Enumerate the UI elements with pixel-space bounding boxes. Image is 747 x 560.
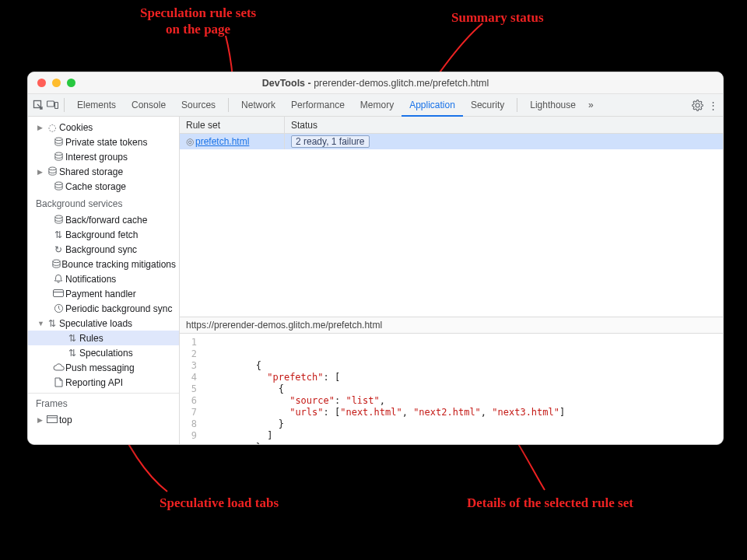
window-titlebar: DevTools - prerender-demos.glitch.me/pre…: [28, 72, 723, 94]
sidebar-item-speculations[interactable]: ⇅Speculations: [28, 345, 179, 360]
sidebar-label: Shared storage: [59, 166, 123, 177]
sidebar-label: Cookies: [59, 122, 93, 133]
database-icon: [51, 137, 65, 147]
device-toggle-icon[interactable]: [45, 100, 59, 110]
database-icon: [51, 215, 65, 225]
updown-icon: ⇅: [51, 229, 65, 240]
sidebar-item-push[interactable]: Push messaging: [28, 360, 179, 375]
sidebar-label: top: [59, 415, 72, 425]
devtools-window: DevTools - prerender-demos.glitch.me/pre…: [27, 72, 724, 445]
sidebar-group-background: Background services: [28, 194, 179, 212]
tab-network[interactable]: Network: [233, 94, 283, 116]
sidebar-item-bgsync[interactable]: ↻Background sync: [28, 242, 179, 257]
sidebar-item-periodic-sync[interactable]: Periodic background sync: [28, 301, 179, 316]
sidebar-label: Cache storage: [65, 181, 126, 192]
rule-set-table: Rule set Status ◎ prefetch.html 2 ready,…: [180, 117, 723, 317]
sidebar-label: Rules: [79, 333, 103, 344]
target-icon: ◎: [186, 136, 194, 147]
database-icon: [45, 166, 59, 177]
col-ruleset-header[interactable]: Rule set: [180, 117, 285, 133]
sidebar-label: Background sync: [65, 244, 137, 255]
tab-memory[interactable]: Memory: [352, 94, 402, 116]
sidebar-item-shared-storage[interactable]: ▶ Shared storage: [28, 164, 179, 179]
sidebar-item-bgfetch[interactable]: ⇅Background fetch: [28, 227, 179, 242]
svg-point-5: [48, 167, 55, 170]
sidebar-label: Periodic background sync: [65, 303, 172, 314]
frame-icon: [45, 415, 59, 424]
rule-json-viewer: 1 2 3 4 5 6 7 8 9 { "prefetch": [ { "sou…: [180, 334, 723, 444]
database-icon: [51, 152, 65, 162]
updown-icon: ⇅: [65, 348, 79, 359]
sidebar-label: Push messaging: [65, 362, 135, 373]
tab-sources[interactable]: Sources: [174, 94, 223, 116]
svg-rect-9: [54, 290, 64, 297]
svg-rect-12: [47, 416, 58, 423]
window-title-page: prerender-demos.glitch.me/prefetch.html: [314, 78, 489, 89]
sidebar-item-bounce[interactable]: Bounce tracking mitigations: [28, 257, 179, 271]
settings-icon[interactable]: [690, 100, 704, 111]
svg-rect-1: [47, 101, 54, 107]
window-title-prefix: DevTools -: [262, 78, 314, 89]
svg-point-4: [54, 152, 61, 156]
rule-row-name: prefetch.html: [195, 136, 249, 147]
sidebar-label: Private state tokens: [65, 137, 147, 148]
tab-security[interactable]: Security: [463, 94, 512, 116]
tab-application[interactable]: Application: [402, 95, 463, 117]
inspect-icon[interactable]: [31, 100, 45, 110]
more-menu-icon[interactable]: ⋮: [706, 100, 720, 111]
clock-icon: [51, 303, 65, 313]
sidebar-label: Reporting API: [65, 377, 123, 388]
updown-icon: ⇅: [65, 333, 79, 344]
svg-rect-2: [54, 103, 58, 109]
bell-icon: [51, 274, 65, 284]
sidebar-item-rules[interactable]: ⇅Rules: [28, 331, 179, 345]
code-gutter: 1 2 3 4 5 6 7 8 9: [180, 334, 203, 444]
sidebar-item-payment[interactable]: Payment handler: [28, 286, 179, 301]
sidebar-label: Background fetch: [65, 229, 138, 240]
sidebar-label: Bounce tracking mitigations: [61, 259, 176, 270]
sidebar-label: Interest groups: [65, 152, 128, 163]
tabs-overflow-button[interactable]: »: [584, 94, 598, 116]
status-pill[interactable]: 2 ready, 1 failure: [291, 135, 370, 148]
svg-point-8: [53, 260, 60, 263]
sidebar-item-cache-storage[interactable]: Cache storage: [28, 179, 179, 194]
sidebar-label: Payment handler: [65, 289, 136, 299]
tab-console[interactable]: Console: [124, 94, 174, 116]
rule-table-header: Rule set Status: [180, 117, 723, 134]
sidebar-item-bfcache[interactable]: Back/forward cache: [28, 212, 179, 227]
application-sidebar: ▶◌Cookies Private state tokens Interest …: [28, 117, 180, 444]
page-icon: [51, 377, 65, 387]
updown-icon: ⇅: [45, 318, 59, 329]
tab-elements[interactable]: Elements: [69, 94, 124, 116]
sidebar-item-interest-groups[interactable]: Interest groups: [28, 149, 179, 164]
sidebar-label: Speculative loads: [59, 318, 132, 329]
col-status-header[interactable]: Status: [285, 120, 723, 131]
sidebar-label: Notifications: [65, 274, 116, 285]
tab-lighthouse[interactable]: Lighthouse: [522, 94, 584, 116]
sidebar-item-private-state-tokens[interactable]: Private state tokens: [28, 135, 179, 149]
window-title: DevTools - prerender-demos.glitch.me/pre…: [28, 78, 723, 89]
tab-performance[interactable]: Performance: [283, 94, 352, 116]
sidebar-item-reporting[interactable]: Reporting API: [28, 375, 179, 390]
code-content[interactable]: { "prefetch": [ { "source": "list", "url…: [203, 334, 565, 444]
detail-url: https://prerender-demos.glitch.me/prefet…: [180, 317, 723, 334]
rule-row[interactable]: ◎ prefetch.html 2 ready, 1 failure: [180, 134, 723, 149]
annotation-rule-sets: Speculation rule sets on the page: [140, 5, 256, 38]
svg-point-7: [54, 215, 61, 219]
card-icon: [51, 289, 65, 298]
devtools-tabstrip: Elements Console Sources Network Perform…: [28, 94, 723, 117]
annotation-details: Details of the selected rule set: [467, 495, 633, 511]
cloud-icon: [51, 363, 65, 372]
annotation-summary: Summary status: [451, 9, 544, 26]
database-icon: [51, 181, 65, 191]
sidebar-item-top-frame[interactable]: ▶top: [28, 412, 179, 427]
sidebar-label: Back/forward cache: [65, 215, 147, 226]
sidebar-item-speculative-loads[interactable]: ▼⇅Speculative loads: [28, 316, 179, 331]
annotation-speculative-tabs: Speculative load tabs: [160, 495, 279, 511]
sidebar-item-cookies[interactable]: ▶◌Cookies: [28, 120, 179, 135]
sync-icon: ↻: [51, 244, 65, 255]
rules-panel: Rule set Status ◎ prefetch.html 2 ready,…: [180, 117, 723, 444]
database-icon: [51, 259, 61, 269]
svg-point-3: [54, 138, 61, 141]
sidebar-item-notifications[interactable]: Notifications: [28, 271, 179, 286]
